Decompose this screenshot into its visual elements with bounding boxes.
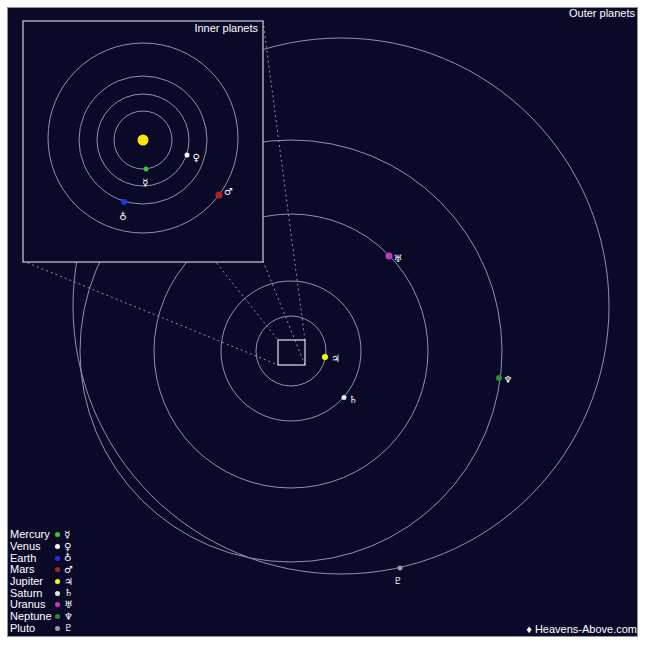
projection-line-3 [263,261,305,365]
legend-planet-name: Venus [10,541,55,552]
planet-mercury-dot [144,167,149,172]
planet-pluto-dot [398,566,403,571]
legend-row-saturn: Saturn♄ [10,587,73,599]
legend-planet-symbol: ♃ [64,577,73,587]
legend-planet-name: Mars [10,564,55,575]
planet-earth-dot [121,199,127,205]
inner-region-square [278,340,305,365]
legend-color-dot [55,626,60,631]
planet-jupiter-symbol: ♃ [331,353,340,364]
planet-earth-symbol: ♁ [119,211,126,222]
heavens-above-credit: ♦ Heavens-Above.com [526,624,637,635]
legend-planet-name: Pluto [10,623,55,634]
planet-legend: Mercury☿Venus♀Earth♁Mars♂Jupiter♃Saturn♄… [10,529,73,634]
planet-pluto-symbol: ♇ [394,575,403,586]
sun [138,135,149,146]
legend-planet-symbol: ♁ [64,553,71,563]
legend-planet-symbol: ♅ [64,600,73,610]
inner-planets-label: Inner planets [194,23,258,34]
planet-neptune-symbol: ♆ [504,374,513,385]
legend-color-dot [55,602,60,607]
outer-planets-label: Outer planets [569,8,635,19]
projection-line-2 [23,261,278,365]
legend-row-mercury: Mercury☿ [10,529,73,541]
legend-planet-symbol: ♀ [64,542,71,552]
planet-saturn-dot [342,395,347,400]
legend-planet-name: Jupiter [10,576,55,587]
planet-venus-dot [185,153,190,158]
legend-color-dot [55,614,60,619]
legend-row-neptune: Neptune♆ [10,611,73,623]
orbit-jupiter [256,316,326,386]
solar-system-chart: ♃♄♅♆♇☿♀♁♂ Inner planets Outer planets Me… [0,0,658,645]
plot-area: ♃♄♅♆♇☿♀♁♂ [7,7,638,637]
planet-jupiter-dot [322,354,328,360]
planet-mars-dot [216,192,223,199]
planet-neptune-dot [496,375,502,381]
legend-row-uranus: Uranus♅ [10,599,73,611]
planet-mercury-symbol: ☿ [142,177,148,188]
legend-color-dot [55,591,60,596]
legend-row-jupiter: Jupiter♃ [10,576,73,588]
planet-saturn-symbol: ♄ [349,394,358,405]
legend-planet-name: Neptune [10,611,55,622]
orbit-saturn [221,281,361,421]
legend-planet-name: Saturn [10,588,55,599]
planet-uranus-symbol: ♅ [394,253,403,264]
planet-mars-symbol: ♂ [224,186,233,197]
legend-color-dot [55,556,60,561]
legend-planet-symbol: ♂ [64,565,73,575]
legend-row-mars: Mars♂ [10,564,73,576]
legend-planet-name: Earth [10,553,55,564]
legend-row-earth: Earth♁ [10,552,73,564]
orbit-diagram: ♃♄♅♆♇☿♀♁♂ [8,8,639,638]
planet-venus-symbol: ♀ [193,152,200,163]
legend-color-dot [55,579,60,584]
projection-line-1 [263,21,305,340]
legend-planet-symbol: ♆ [64,612,73,622]
legend-planet-symbol: ♄ [64,588,73,598]
planet-uranus-dot [386,253,393,260]
legend-planet-symbol: ☿ [64,530,70,540]
legend-planet-name: Uranus [10,599,55,610]
legend-color-dot [55,532,60,537]
legend-planet-name: Mercury [10,529,55,540]
legend-color-dot [55,544,60,549]
legend-row-pluto: Pluto♇ [10,623,73,635]
legend-planet-symbol: ♇ [64,623,73,633]
legend-row-venus: Venus♀ [10,541,73,553]
legend-color-dot [55,567,60,572]
